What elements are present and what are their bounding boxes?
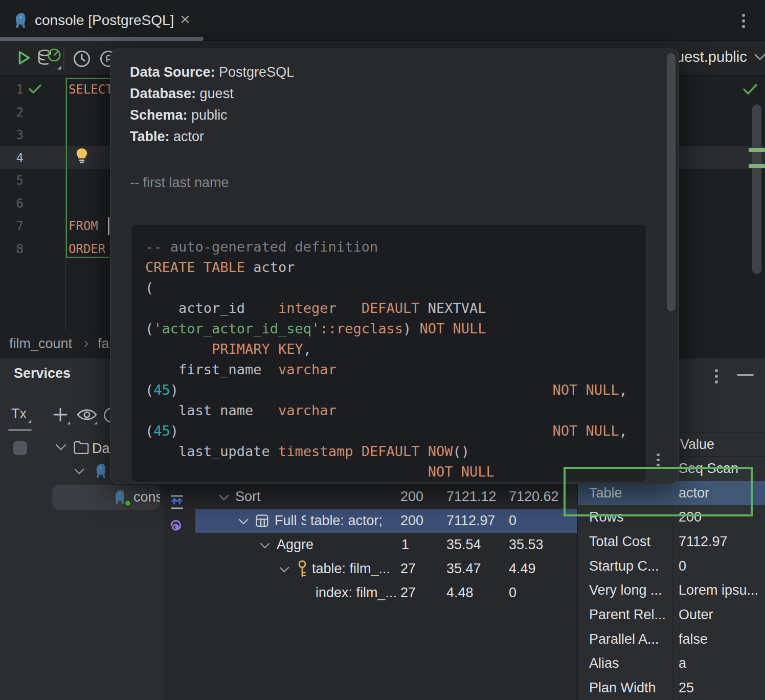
tx-mode-button[interactable]: Tx bbox=[11, 406, 34, 426]
run-button[interactable] bbox=[14, 48, 33, 67]
plan-info-label: table: film_... bbox=[312, 557, 399, 581]
property-row[interactable]: Parallel A... false bbox=[578, 627, 765, 652]
editor-line-8: ORDER bbox=[69, 238, 105, 261]
chevron-down-icon[interactable] bbox=[279, 567, 289, 573]
property-row[interactable]: Alias a bbox=[578, 651, 765, 676]
plan-startup-cost-value: 4.49 bbox=[509, 557, 536, 581]
session-selector-label: uest.public bbox=[676, 49, 747, 65]
documentation-popup: Data Source: PostgreSQL Database: guest … bbox=[110, 49, 679, 484]
plan-row-selected[interactable]: Full S table: actor; 200 7112.97 0 bbox=[195, 509, 577, 533]
property-row[interactable]: Parent Rel... Outer bbox=[578, 603, 765, 627]
dropdown-corner-icon bbox=[57, 65, 61, 70]
add-service-button[interactable] bbox=[51, 405, 74, 427]
postgresql-icon bbox=[13, 12, 31, 29]
plan-rows-value: 27 bbox=[400, 557, 416, 581]
explain-plan-button[interactable] bbox=[37, 47, 61, 71]
plan-row[interactable]: Aggre 1 35.54 35.53 bbox=[195, 533, 577, 557]
toolbar-separator bbox=[63, 47, 64, 70]
tree-expand-chevron-icon[interactable] bbox=[55, 444, 66, 450]
dropdown-corner-icon bbox=[94, 421, 97, 424]
properties-more-options-icon[interactable] bbox=[656, 451, 661, 469]
popup-info-label: Data Source: bbox=[130, 64, 215, 80]
intention-bulb-icon[interactable] bbox=[75, 148, 88, 166]
statement-executed-check-icon[interactable] bbox=[29, 84, 41, 94]
line-number: 8 bbox=[0, 238, 24, 261]
view-options-button[interactable] bbox=[76, 405, 100, 427]
plan-node-label: Sort bbox=[235, 485, 261, 509]
services-panel-title: Services bbox=[14, 366, 71, 381]
popup-info-line: Data Source: PostgreSQL bbox=[130, 64, 294, 86]
property-value: Outer bbox=[679, 603, 713, 627]
tree-selected-row[interactable]: cons bbox=[52, 485, 160, 510]
key-icon bbox=[297, 560, 308, 578]
inspections-ok-check-icon[interactable] bbox=[742, 83, 758, 95]
plan-total-cost-value: 4.48 bbox=[446, 581, 474, 605]
window-more-options-icon[interactable] bbox=[741, 11, 746, 31]
property-row[interactable]: Plan Width 25 bbox=[578, 676, 765, 700]
breadcrumb-item[interactable]: fa bbox=[98, 336, 109, 352]
ddl-code: -- auto-generated definitionCREATE TABLE… bbox=[145, 237, 646, 482]
active-tab-indicator bbox=[0, 37, 204, 41]
postgresql-icon bbox=[94, 463, 110, 479]
plan-row[interactable]: index: film_... 27 4.48 0 bbox=[195, 581, 577, 605]
change-marker bbox=[749, 164, 765, 168]
table-grid-icon bbox=[255, 513, 269, 528]
plan-rows-value: 1 bbox=[401, 533, 409, 557]
breadcrumb-item[interactable]: film_count bbox=[9, 336, 72, 352]
line-number: 1 bbox=[0, 78, 24, 101]
services-more-options-icon[interactable] bbox=[714, 367, 719, 386]
annotation-highlight-box bbox=[564, 467, 753, 516]
plan-rows-value: 200 bbox=[400, 485, 423, 509]
plan-total-cost-value: 35.54 bbox=[446, 533, 481, 557]
popup-info-line: Table: actor bbox=[130, 129, 294, 150]
editor-scrollbar[interactable] bbox=[752, 104, 761, 274]
ide-window: console [PostgreSQL] × bbox=[0, 0, 765, 700]
property-value: Lorem ipsu... bbox=[679, 578, 758, 602]
property-row[interactable]: Very long ... Lorem ipsu... bbox=[578, 578, 765, 603]
plan-total-cost-value: 7121.12 bbox=[446, 485, 497, 509]
plan-rows-value: 27 bbox=[400, 581, 416, 605]
editor-tab-bar: console [PostgreSQL] × bbox=[0, 0, 765, 41]
plan-row[interactable]: Sort 200 7121.12 7120.62 bbox=[195, 485, 577, 509]
popup-scrollbar[interactable] bbox=[667, 53, 676, 311]
value-column-header[interactable]: Value bbox=[680, 437, 714, 453]
tree-item-datasources-label[interactable]: Da bbox=[92, 441, 110, 457]
plan-node-label: Full S bbox=[275, 509, 306, 533]
plan-view-diagram-icon[interactable] bbox=[169, 518, 185, 535]
table-comment: -- first last name bbox=[130, 175, 229, 191]
folder-icon bbox=[73, 440, 89, 455]
plan-row[interactable]: table: film_... 27 35.47 4.49 bbox=[195, 557, 577, 581]
gutter-separator bbox=[65, 76, 66, 330]
property-value: a bbox=[679, 651, 686, 675]
popup-info-value: public bbox=[191, 107, 228, 123]
property-row[interactable]: Startup C... 0 bbox=[578, 554, 765, 579]
property-value: 7112.97 bbox=[679, 530, 728, 554]
plan-startup-cost-value: 0 bbox=[509, 581, 516, 605]
popup-info-label: Database: bbox=[130, 86, 196, 101]
chevron-down-icon[interactable] bbox=[238, 518, 249, 525]
property-name: Plan Width bbox=[589, 676, 656, 700]
session-selector[interactable]: uest.public bbox=[676, 49, 765, 65]
popup-info-label: Schema: bbox=[130, 107, 188, 123]
property-value: 25 bbox=[679, 676, 694, 700]
plan-total-cost-value: 7112.97 bbox=[446, 509, 496, 533]
chevron-down-icon[interactable] bbox=[219, 494, 229, 501]
tab-title[interactable]: console [PostgreSQL] bbox=[35, 12, 174, 29]
plan-node-label: Aggre bbox=[277, 533, 316, 557]
dropdown-corner-icon bbox=[28, 420, 31, 423]
hide-panel-icon[interactable] bbox=[737, 374, 754, 376]
popup-info-value: guest bbox=[200, 86, 234, 101]
chevron-down-icon[interactable] bbox=[260, 543, 270, 549]
chevron-down-icon bbox=[754, 54, 765, 60]
property-name: Total Cost bbox=[589, 530, 650, 554]
tab-close-icon[interactable]: × bbox=[180, 9, 190, 29]
tree-expand-chevron-icon[interactable] bbox=[74, 468, 84, 475]
plan-view-table-icon[interactable] bbox=[168, 493, 186, 511]
editor-line-7: FROM bbox=[69, 215, 98, 238]
plan-total-cost-value: 35.47 bbox=[446, 557, 481, 581]
history-button[interactable] bbox=[72, 49, 92, 69]
property-row[interactable]: Total Cost 7112.97 bbox=[578, 530, 765, 554]
property-name: Startup C... bbox=[589, 554, 659, 578]
line-number: 7 bbox=[0, 215, 24, 238]
property-name: Parent Rel... bbox=[589, 603, 666, 627]
